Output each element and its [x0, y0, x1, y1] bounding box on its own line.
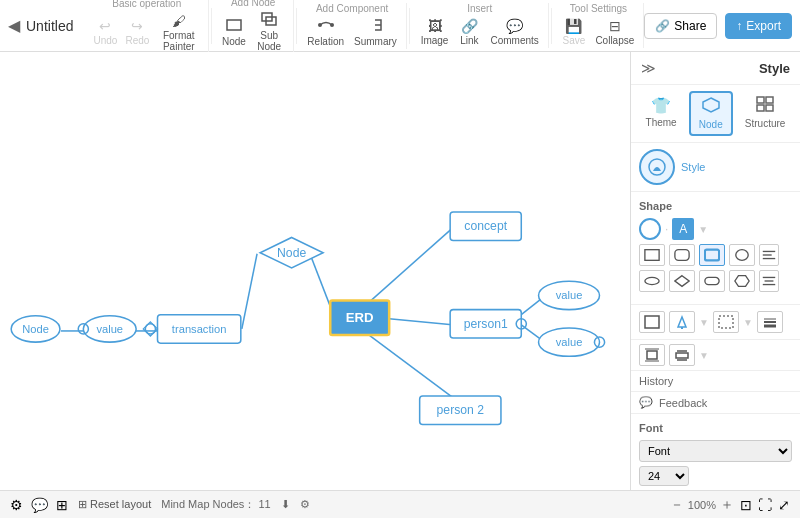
node-icon	[226, 18, 242, 35]
save-icon: 💾	[565, 18, 582, 34]
right-panel: ≫ Style 👕 Theme Node Structure	[630, 52, 800, 490]
font-size-select[interactable]: 24 12 14 16 18	[639, 466, 689, 486]
reset-layout-button[interactable]: ⊞ Reset layout	[78, 498, 151, 511]
line-align-button[interactable]	[759, 270, 779, 292]
collapse-button[interactable]: ⊟ Collapse	[592, 16, 637, 48]
link-button[interactable]: 🔗 Link	[455, 16, 483, 48]
insert-items: 🖼 Image 🔗 Link 💬 Comments	[418, 16, 542, 48]
svg-line-6	[389, 319, 452, 325]
feedback-row: 💬 Feedback	[631, 392, 800, 414]
text-align-button[interactable]	[669, 344, 695, 366]
svg-marker-53	[675, 276, 689, 287]
summary-button[interactable]: Summary	[351, 16, 400, 49]
help-button[interactable]: 💬	[31, 497, 48, 513]
tab-theme[interactable]: 👕 Theme	[637, 91, 686, 136]
format-painter-button[interactable]: 🖌 Format Painter	[155, 11, 202, 54]
relation-label: Relation	[307, 36, 344, 47]
second-icon-row: ▼	[631, 340, 800, 371]
color-arrow: ▼	[699, 317, 709, 328]
panel-collapse-button[interactable]: ≫	[641, 60, 656, 76]
tool-settings-items: 💾 Save ⊟ Collapse	[560, 16, 638, 48]
feedback-icon: 💬	[639, 396, 653, 409]
redo-button[interactable]: ↪ Redo	[123, 16, 151, 48]
export-bottom-icon[interactable]: ⬇	[281, 498, 290, 511]
sub-node-icon	[261, 12, 277, 29]
theme-tab-icon: 👕	[651, 96, 671, 115]
circle-shape-button[interactable]	[729, 244, 755, 266]
svg-rect-40	[757, 97, 764, 103]
image-button[interactable]: 🖼 Image	[418, 16, 452, 48]
add-component-group: Add Component Relation Summary	[298, 3, 407, 49]
expand-button[interactable]: ⤢	[778, 497, 790, 513]
theme-tab-label: Theme	[646, 117, 677, 128]
svg-text:transaction: transaction	[172, 323, 227, 335]
border-style-button[interactable]	[639, 311, 665, 333]
relation-button[interactable]: Relation	[304, 16, 347, 49]
svg-line-9	[521, 325, 540, 339]
padding-button[interactable]	[639, 344, 665, 366]
zoom-controls: － 100% ＋	[670, 496, 734, 514]
add-component-label: Add Component	[316, 3, 388, 14]
svg-text:value: value	[96, 323, 123, 335]
node-tab-label: Node	[699, 119, 723, 130]
toolbar: ◀ Untitled Basic operation ↩ Undo ↪ Redo…	[0, 0, 800, 52]
sep2	[296, 8, 297, 44]
share-export-area: 🔗 Share ↑ Export	[644, 13, 792, 39]
align-button[interactable]	[759, 244, 779, 266]
comments-button[interactable]: 💬 Comments	[487, 16, 541, 48]
zoom-out-button[interactable]: －	[670, 496, 684, 514]
basic-operation-items: ↩ Undo ↪ Redo 🖌 Format Painter	[91, 11, 202, 54]
relation-icon	[318, 18, 334, 35]
export-button[interactable]: ↑ Export	[725, 13, 792, 39]
back-button[interactable]: ◀	[8, 16, 20, 35]
collapse-icon: ⊟	[609, 18, 621, 34]
share-label: Share	[674, 19, 706, 33]
svg-rect-46	[675, 250, 689, 261]
svg-text:concept: concept	[464, 219, 507, 233]
style-icon-button[interactable]	[639, 149, 675, 185]
round-rect-shape-button[interactable]	[669, 244, 695, 266]
node-count-area: Mind Map Nodes： 11	[161, 497, 270, 512]
fullscreen-button[interactable]: ⛶	[758, 497, 772, 513]
font-color-button[interactable]: A	[672, 218, 694, 240]
fill-color-button[interactable]	[639, 218, 661, 240]
zoom-in-button[interactable]: ＋	[720, 496, 734, 514]
node-button[interactable]: Node	[220, 16, 248, 49]
reset-layout-label: Reset layout	[90, 498, 151, 510]
paint-fill-button[interactable]	[669, 311, 695, 333]
svg-line-5	[361, 228, 452, 309]
svg-rect-54	[705, 277, 719, 284]
rect-shape-button[interactable]	[639, 244, 665, 266]
shape-section: Shape · A ▼	[631, 192, 800, 305]
save-label: Save	[563, 35, 586, 46]
font-family-select[interactable]: Font Arial Times New Roman	[639, 440, 792, 462]
format-painter-label: Format Painter	[158, 30, 199, 52]
svg-text:ERD: ERD	[346, 310, 374, 325]
svg-rect-65	[647, 351, 657, 359]
hexagon-shape-button[interactable]	[729, 270, 755, 292]
export-label: Export	[746, 19, 781, 33]
undo-button[interactable]: ↩ Undo	[91, 16, 119, 48]
line-width-button[interactable]	[757, 311, 783, 333]
settings-button[interactable]: ⚙	[10, 497, 23, 513]
style-label: Style	[681, 161, 705, 173]
diamond-shape-button[interactable]	[669, 270, 695, 292]
tab-structure[interactable]: Structure	[736, 91, 795, 136]
bold-rect-shape-button[interactable]	[699, 244, 725, 266]
fit-button[interactable]: ⊡	[740, 497, 752, 513]
tab-node[interactable]: Node	[689, 91, 733, 136]
ellipse-shape-button[interactable]	[639, 270, 665, 292]
save-button[interactable]: 💾 Save	[560, 16, 589, 48]
tool-settings-group: Tool Settings 💾 Save ⊟ Collapse	[554, 3, 645, 48]
font-size-row: 24 12 14 16 18	[639, 466, 792, 486]
settings-bottom-icon[interactable]: ⚙	[300, 498, 310, 511]
canvas[interactable]: ERD concept person1 person 2 value value…	[0, 52, 630, 490]
border-color-button[interactable]	[713, 311, 739, 333]
pill-shape-button[interactable]	[699, 270, 725, 292]
shape-title: Shape	[639, 200, 792, 212]
layers-button[interactable]: ⊞	[56, 497, 68, 513]
sub-node-button[interactable]: Sub Node	[252, 10, 287, 54]
svg-rect-59	[645, 316, 659, 328]
share-button[interactable]: 🔗 Share	[644, 13, 717, 39]
node-label: Node	[222, 36, 246, 47]
